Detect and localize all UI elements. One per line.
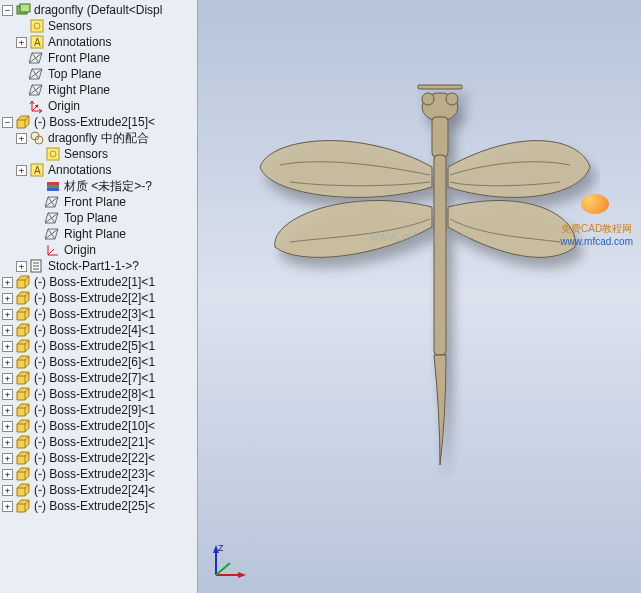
origin-icon <box>29 98 45 114</box>
tree-node-sensors-2[interactable]: Sensors <box>0 146 197 162</box>
svg-rect-14 <box>47 188 59 191</box>
tree-label: Sensors <box>64 147 108 161</box>
tree-label: (-) Boss-Extrude2[10]< <box>34 419 155 433</box>
svg-text:A: A <box>34 165 41 176</box>
tree-label: Annotations <box>48 35 111 49</box>
tree-root[interactable]: − dragonfly (Default<Displ <box>0 2 197 18</box>
mates-icon <box>29 130 45 146</box>
tree-node-feature[interactable]: +(-) Boss-Extrude2[7]<1 <box>0 370 197 386</box>
tree-node-annotations[interactable]: + A Annotations <box>0 34 197 50</box>
tree-node-feature[interactable]: +(-) Boss-Extrude2[23]< <box>0 466 197 482</box>
tree-node-front-plane[interactable]: Front Plane <box>0 50 197 66</box>
tree-node-feature[interactable]: +(-) Boss-Extrude2[10]< <box>0 418 197 434</box>
tree-node-right-plane-2[interactable]: Right Plane <box>0 226 197 242</box>
plane-icon <box>29 50 45 66</box>
svg-rect-2 <box>31 20 43 32</box>
tree-label: (-) Boss-Extrude2[15]< <box>34 115 155 129</box>
expand-icon[interactable]: + <box>2 357 13 368</box>
feature-icon <box>15 386 31 402</box>
tree-node-feature-15[interactable]: − (-) Boss-Extrude2[15]< <box>0 114 197 130</box>
svg-marker-25 <box>238 572 246 578</box>
expand-icon[interactable]: + <box>2 501 13 512</box>
tree-label: Stock-Part1-1->? <box>48 259 139 273</box>
tree-node-right-plane[interactable]: Right Plane <box>0 82 197 98</box>
tree-node-feature[interactable]: +(-) Boss-Extrude2[5]<1 <box>0 338 197 354</box>
expand-icon[interactable]: + <box>16 133 27 144</box>
tree-label: (-) Boss-Extrude2[4]<1 <box>34 323 155 337</box>
svg-rect-13 <box>47 185 59 188</box>
feature-tree-panel[interactable]: − dragonfly (Default<Displ Sensors + A A… <box>0 0 198 593</box>
feature-tree[interactable]: − dragonfly (Default<Displ Sensors + A A… <box>0 0 197 516</box>
feature-icon <box>15 450 31 466</box>
tree-node-feature[interactable]: +(-) Boss-Extrude2[22]< <box>0 450 197 466</box>
tree-node-feature[interactable]: +(-) Boss-Extrude2[24]< <box>0 482 197 498</box>
feature-icon <box>15 466 31 482</box>
feature-icon <box>15 402 31 418</box>
tree-label: dragonfly 中的配合 <box>48 130 149 147</box>
plane-icon <box>29 66 45 82</box>
svg-rect-21 <box>418 85 462 89</box>
tree-node-feature[interactable]: +(-) Boss-Extrude2[3]<1 <box>0 306 197 322</box>
expand-icon[interactable]: + <box>2 405 13 416</box>
expand-icon[interactable]: + <box>2 469 13 480</box>
tree-label: (-) Boss-Extrude2[5]<1 <box>34 339 155 353</box>
tree-label: (-) Boss-Extrude2[24]< <box>34 483 155 497</box>
sensor-icon <box>45 146 61 162</box>
expand-icon[interactable]: + <box>2 437 13 448</box>
tree-node-mates[interactable]: + dragonfly 中的配合 <box>0 130 197 146</box>
tree-node-sensors[interactable]: Sensors <box>0 18 197 34</box>
expand-icon[interactable]: + <box>2 373 13 384</box>
expand-icon[interactable]: + <box>2 325 13 336</box>
expand-icon[interactable]: + <box>2 309 13 320</box>
svg-point-20 <box>422 93 434 105</box>
tree-node-feature[interactable]: +(-) Boss-Extrude2[1]<1 <box>0 274 197 290</box>
tree-node-top-plane-2[interactable]: Top Plane <box>0 210 197 226</box>
expand-icon[interactable]: + <box>16 37 27 48</box>
feature-icon <box>15 482 31 498</box>
tree-node-top-plane[interactable]: Top Plane <box>0 66 197 82</box>
tree-node-origin[interactable]: Origin <box>0 98 197 114</box>
tree-node-feature[interactable]: +(-) Boss-Extrude2[8]<1 <box>0 386 197 402</box>
tree-label: (-) Boss-Extrude2[2]<1 <box>34 291 155 305</box>
svg-rect-8 <box>47 148 59 160</box>
collapse-icon[interactable]: − <box>2 5 13 16</box>
model-dragonfly <box>240 57 600 477</box>
expand-icon[interactable]: + <box>16 261 27 272</box>
tree-label: (-) Boss-Extrude2[7]<1 <box>34 371 155 385</box>
view-triad[interactable]: Z <box>208 543 248 583</box>
expand-icon[interactable]: + <box>2 293 13 304</box>
tree-node-feature[interactable]: +(-) Boss-Extrude2[9]<1 <box>0 402 197 418</box>
tree-node-material[interactable]: 材质 <未指定>-? <box>0 178 197 194</box>
expand-icon[interactable]: + <box>2 485 13 496</box>
tree-label: (-) Boss-Extrude2[8]<1 <box>34 387 155 401</box>
tree-node-feature[interactable]: +(-) Boss-Extrude2[6]<1 <box>0 354 197 370</box>
feature-icon <box>15 274 31 290</box>
tree-label: Right Plane <box>48 83 110 97</box>
feature-icon <box>15 354 31 370</box>
expand-icon[interactable]: + <box>2 421 13 432</box>
svg-point-19 <box>446 93 458 105</box>
expand-icon[interactable]: + <box>16 165 27 176</box>
graphics-viewport[interactable]: www.mfcad.com 免费CAD教程网 www.mfcad.com Z <box>198 0 641 593</box>
tree-label: Front Plane <box>48 51 110 65</box>
tree-node-stock[interactable]: + Stock-Part1-1->? <box>0 258 197 274</box>
tree-label: Front Plane <box>64 195 126 209</box>
expand-icon[interactable]: + <box>2 277 13 288</box>
tree-node-feature[interactable]: +(-) Boss-Extrude2[2]<1 <box>0 290 197 306</box>
expand-icon[interactable]: + <box>2 341 13 352</box>
tree-node-feature[interactable]: +(-) Boss-Extrude2[25]< <box>0 498 197 514</box>
expand-icon[interactable]: + <box>2 453 13 464</box>
collapse-icon[interactable]: − <box>2 117 13 128</box>
expand-icon[interactable]: + <box>2 389 13 400</box>
tree-node-annotations-2[interactable]: + A Annotations <box>0 162 197 178</box>
feature-icon <box>15 114 31 130</box>
svg-line-26 <box>216 563 230 575</box>
part-icon <box>15 2 31 18</box>
triad-z-label: Z <box>218 543 224 553</box>
tree-node-front-plane-2[interactable]: Front Plane <box>0 194 197 210</box>
watermark-logo-icon <box>577 190 617 220</box>
tree-node-feature[interactable]: +(-) Boss-Extrude2[4]<1 <box>0 322 197 338</box>
tree-node-feature[interactable]: +(-) Boss-Extrude2[21]< <box>0 434 197 450</box>
tree-node-origin-2[interactable]: Origin <box>0 242 197 258</box>
watermark-center: www.mfcad.com <box>369 230 469 244</box>
